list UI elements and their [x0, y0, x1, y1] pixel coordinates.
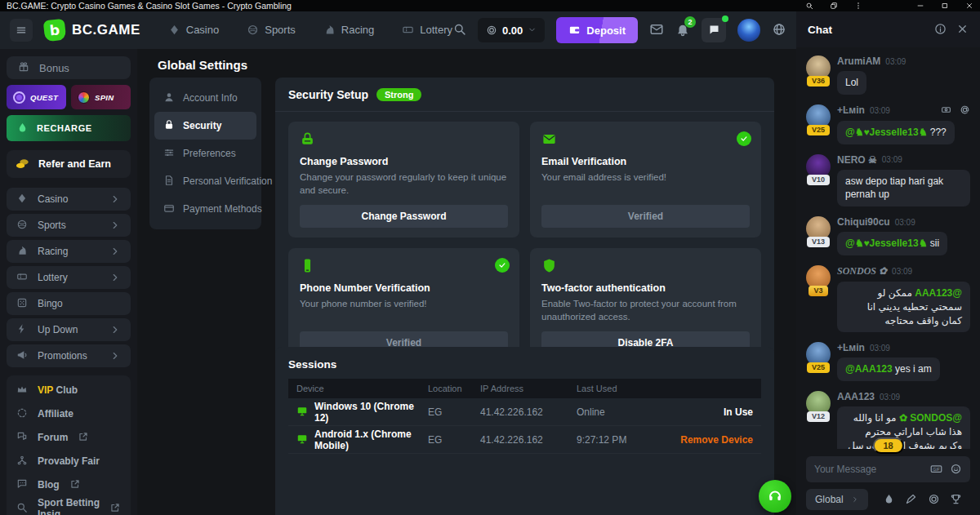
chat-username[interactable]: +Ŀмin — [837, 342, 865, 353]
chat-messages: V36 ArumiAM 03:09 Lol V25 +Ŀмin 03:09 @♞… — [796, 47, 980, 449]
chat-footer-icons — [868, 492, 970, 507]
session-action[interactable]: Remove Device — [662, 434, 753, 446]
chat-timestamp: 03:09 — [870, 106, 890, 115]
shield-icon — [541, 258, 750, 276]
mention-link[interactable]: @♞♥Jesselle13♞ — [845, 238, 927, 249]
chevron-right-icon — [851, 495, 859, 504]
chat-username[interactable]: ArumiAM — [837, 55, 880, 67]
sidebar-item-sport-betting-insig-[interactable]: Sport Betting Insig... — [7, 496, 131, 515]
top-nav-lottery[interactable]: Lottery — [402, 24, 452, 37]
quest-button[interactable]: QUEST — [7, 85, 66, 109]
sidebar-item-lottery[interactable]: Lottery — [7, 266, 131, 289]
rules-icon[interactable] — [905, 493, 917, 506]
unread-messages-badge[interactable]: 18 — [872, 437, 903, 454]
dice-icon — [16, 297, 28, 309]
top-nav-racing[interactable]: Racing — [323, 24, 374, 37]
search-icon[interactable] — [452, 22, 466, 38]
chat-username[interactable]: AAA123 — [837, 391, 875, 402]
gif-icon[interactable]: GIF — [930, 463, 942, 476]
security-strength-badge: Strong — [376, 88, 421, 101]
security-cards: Change Password Change your password reg… — [275, 112, 774, 374]
refer-and-earn-button[interactable]: Refer and Earn — [7, 150, 131, 178]
diamond-icon — [16, 193, 28, 205]
chat-message-input[interactable] — [814, 464, 923, 475]
tip-icon[interactable] — [941, 104, 951, 117]
recharge-button[interactable]: RECHARGE — [7, 115, 131, 141]
chat-header-icons — [934, 23, 969, 37]
brand-logo[interactable]: b BC.GAME — [44, 20, 140, 41]
main-content: Global Settings Account Info Security Pr… — [137, 49, 796, 515]
window-maximize-icon[interactable] — [941, 2, 949, 11]
sidebar-item-casino[interactable]: Casino — [7, 188, 131, 211]
sidebar-item-blog[interactable]: Blog — [7, 473, 131, 496]
rain-icon[interactable] — [883, 493, 895, 506]
chat-username[interactable]: NERO ☠ — [837, 154, 877, 166]
card-action-button[interactable]: Verified — [541, 205, 750, 228]
chat-channel-label: Global — [815, 494, 844, 505]
language-globe-icon[interactable] — [772, 22, 786, 39]
security-card: Email Verification Your email address is… — [530, 122, 761, 238]
headset-icon — [768, 488, 782, 505]
sessions-table-body: Windows 10 (Chrome 12) EG 41.42.226.162 … — [275, 398, 774, 454]
emoji-icon[interactable] — [950, 463, 962, 476]
sidebar-item-bonus[interactable]: Bonus — [7, 56, 131, 79]
mail-icon[interactable] — [649, 22, 664, 39]
blog-icon — [16, 478, 28, 491]
settings-nav-preferences[interactable]: Preferences — [154, 140, 256, 167]
user-avatar[interactable] — [737, 19, 760, 42]
monitor-icon — [296, 433, 308, 446]
person-icon — [163, 91, 175, 104]
chevron-right-icon — [109, 246, 121, 257]
chat-close-icon[interactable] — [956, 23, 969, 37]
quest-label: QUEST — [30, 93, 58, 102]
mention-link[interactable]: @AAA123 — [845, 363, 893, 375]
sidebar-toggle-button[interactable] — [10, 19, 33, 42]
sidebar-item-forum[interactable]: Forum — [7, 425, 131, 449]
window-minimize-icon[interactable] — [916, 2, 924, 11]
deposit-button[interactable]: Deposit — [556, 17, 638, 43]
settings-nav-payment-methods[interactable]: Payment Methods — [154, 195, 256, 223]
sidebar-item-provably-fair[interactable]: Provably Fair — [7, 449, 131, 473]
card-action-button[interactable]: Change Password — [300, 205, 508, 228]
sidebar-item-affiliate[interactable]: Affiliate — [7, 402, 131, 425]
chat-info-icon[interactable] — [934, 23, 947, 37]
mention-link[interactable]: @AAA123 — [915, 287, 962, 299]
browser-tabs-icon[interactable] — [830, 2, 838, 11]
sidebar-item-up-down[interactable]: Up Down — [7, 318, 131, 341]
sidebar-item-sports[interactable]: Sports — [7, 214, 131, 237]
browser-search-icon[interactable] — [805, 2, 813, 11]
spin-button[interactable]: SPIN — [71, 85, 131, 109]
sidebar-menu: Casino Sports Racing Lottery Bingo Up Do… — [7, 188, 131, 367]
mention-link[interactable]: @SONDOS ✿ — [899, 412, 962, 424]
chat-username[interactable]: SONDOS ✿ — [837, 265, 887, 277]
balance-selector[interactable]: 0.00 — [478, 18, 545, 42]
settings-nav-security[interactable]: Security — [154, 112, 256, 140]
mention-icon[interactable] — [960, 104, 970, 117]
top-nav-casino[interactable]: Casino — [168, 24, 219, 37]
sidebar-item-vip-club[interactable]: VIP Club — [7, 378, 131, 402]
trophy-icon[interactable] — [950, 492, 962, 507]
support-button[interactable] — [759, 480, 791, 513]
window-close-icon[interactable] — [965, 2, 973, 11]
sidebar-item-promotions[interactable]: Promotions — [7, 344, 131, 367]
session-ip: 41.42.226.162 — [480, 434, 577, 446]
card-title: Change Password — [300, 156, 508, 167]
chat-username[interactable]: Chiqui90cu — [837, 216, 890, 228]
mention-link[interactable]: @♞♥Jesselle13♞ — [845, 127, 927, 138]
top-nav-sports[interactable]: Sports — [247, 24, 296, 37]
coin-icon[interactable] — [928, 493, 940, 506]
sidebar-item-bingo[interactable]: Bingo — [7, 292, 131, 315]
chat-username[interactable]: +Ŀмin — [837, 104, 865, 116]
notifications-button[interactable]: 2 — [675, 22, 690, 39]
chat-toggle-button[interactable] — [702, 18, 726, 42]
browser-menu-icon[interactable] — [854, 2, 862, 11]
settings-nav-account-info[interactable]: Account Info — [154, 84, 256, 112]
app-root: BC.GAME: Crypto Casino Games & Casino Sl… — [0, 0, 980, 515]
chat-online-dot — [722, 16, 728, 22]
gift-icon — [18, 61, 29, 73]
ticket-icon — [16, 271, 28, 283]
sidebar-item-racing[interactable]: Racing — [7, 240, 131, 263]
chat-channel-selector[interactable]: Global — [806, 489, 868, 510]
settings-nav-personal-verification[interactable]: Personal Verification — [154, 167, 256, 195]
sidebar-item-label: Up Down — [38, 324, 78, 335]
